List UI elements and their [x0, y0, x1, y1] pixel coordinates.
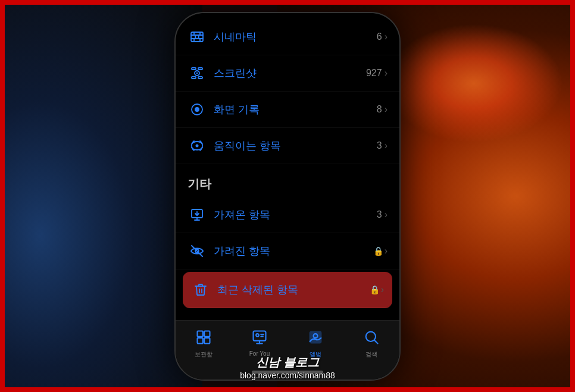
item-label: 화면 기록 [214, 102, 377, 117]
screen-record-icon [188, 100, 207, 119]
item-label: 스크린샷 [214, 66, 366, 80]
library-icon [193, 327, 214, 348]
cinema-icon [188, 27, 207, 46]
watermark-title: 신남 블로그 [240, 355, 335, 371]
tab-album[interactable]: 앨범 [288, 327, 343, 359]
hidden-icon [188, 242, 207, 261]
item-count: 8 [377, 104, 382, 115]
item-count: 3 [377, 209, 382, 220]
svg-rect-0 [191, 32, 203, 42]
tab-foryou[interactable]: For You [232, 327, 288, 357]
watermark: 신남 블로그 blog.naver.com/sinnam88 [240, 355, 335, 380]
bg-left [0, 0, 202, 392]
svg-rect-27 [254, 331, 266, 340]
tab-label: 검색 [365, 350, 377, 359]
svg-rect-10 [192, 77, 196, 79]
phone-body: 시네마틱 6 › [174, 12, 401, 381]
chevron-icon: › [385, 32, 388, 42]
item-count: 3 [377, 140, 382, 151]
album-icon [305, 327, 326, 348]
menu-list-top: 시네마틱 6 › [176, 19, 399, 164]
tab-library[interactable]: 보관함 [176, 327, 232, 359]
svg-rect-8 [192, 68, 196, 70]
item-label: 최근 삭제된 항목 [217, 283, 370, 297]
search-icon [361, 327, 382, 348]
list-item[interactable]: 스크린샷 927 › [176, 55, 399, 92]
item-label: 움직이는 항목 [214, 139, 377, 153]
svg-point-13 [196, 72, 198, 74]
item-label: 가려진 항목 [214, 244, 373, 258]
svg-point-30 [256, 334, 259, 337]
tab-search[interactable]: 검색 [343, 327, 399, 359]
phone-screen: 시네마틱 6 › [176, 13, 399, 380]
list-item[interactable]: 가져온 항목 3 › [176, 197, 399, 233]
item-count: 927 [366, 68, 382, 79]
svg-line-34 [374, 340, 377, 343]
list-item[interactable]: 가려진 항목 🔒 › [176, 233, 399, 269]
svg-point-1 [195, 35, 199, 39]
tab-label: 보관함 [195, 350, 212, 359]
item-label: 시네마틱 [214, 30, 377, 44]
list-item[interactable]: 움직이는 항목 3 › [176, 128, 399, 164]
svg-point-15 [195, 107, 199, 112]
svg-rect-26 [204, 338, 210, 343]
svg-rect-11 [198, 77, 202, 79]
list-item[interactable]: 화면 기록 8 › [176, 92, 399, 128]
list-item[interactable]: 시네마틱 6 › [176, 19, 399, 55]
item-label: 가져온 항목 [214, 208, 377, 222]
svg-point-16 [196, 144, 199, 147]
screenshot-icon [188, 64, 207, 83]
section-header-other: 기타 [176, 164, 399, 197]
foryou-icon [249, 327, 270, 348]
lock-icon: 🔒 [370, 285, 380, 294]
list-item-deleted[interactable]: 최근 삭제된 항목 🔒 › [183, 272, 392, 308]
menu-list-other: 가져온 항목 3 › [176, 197, 399, 308]
chevron-icon: › [385, 104, 388, 115]
trash-icon [191, 280, 210, 299]
import-icon [188, 205, 207, 224]
svg-rect-23 [198, 331, 203, 336]
chevron-icon: › [385, 140, 388, 151]
content-area: 시네마틱 6 › [176, 13, 399, 320]
svg-rect-9 [198, 68, 202, 70]
chevron-icon: › [381, 284, 384, 295]
phone-device: 시네마틱 6 › [174, 12, 401, 381]
chevron-icon: › [385, 209, 388, 220]
item-count: 6 [377, 32, 382, 42]
svg-line-19 [192, 246, 202, 256]
watermark-url: blog.naver.com/sinnam88 [240, 371, 335, 380]
lock-icon: 🔒 [373, 246, 383, 256]
svg-rect-24 [204, 331, 210, 336]
live-icon [188, 136, 207, 155]
svg-rect-25 [198, 338, 203, 343]
chevron-icon: › [385, 68, 388, 79]
chevron-icon: › [385, 246, 388, 256]
